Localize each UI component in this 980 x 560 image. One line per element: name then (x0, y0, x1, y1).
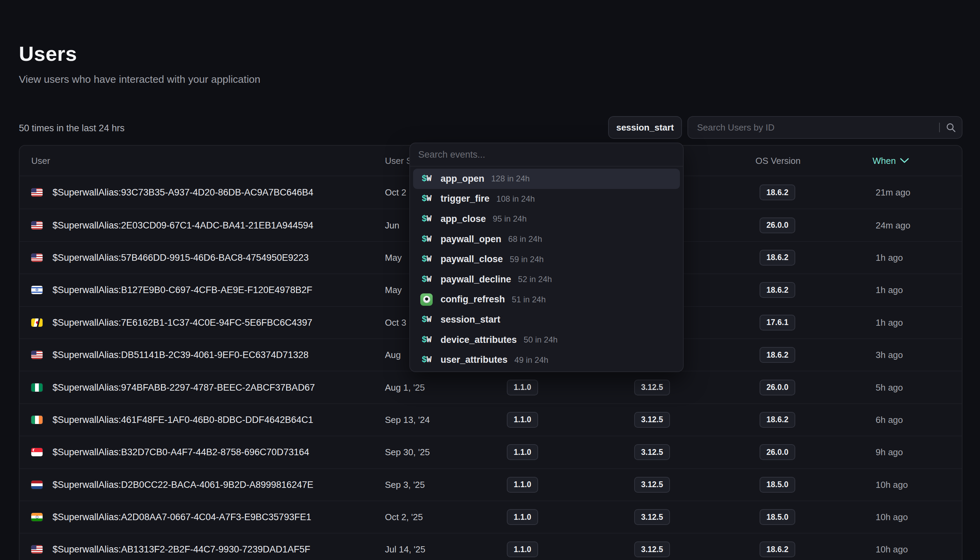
user-alias: $SuperwallAlias:B32D7CB0-A4F7-44B2-8758-… (53, 447, 309, 458)
event-name: paywall_close (440, 254, 503, 265)
event-menu-item[interactable]: $W trigger_fire 108 in 24h (413, 189, 680, 209)
table-row[interactable]: $SuperwallAlias:974BFABB-2297-4787-BEEC-… (20, 371, 962, 403)
event-menu-item[interactable]: $W paywall_close 59 in 24h (413, 249, 680, 269)
last-seen: 21m ago (875, 187, 910, 198)
event-icon-slot: $W (419, 355, 434, 365)
country-flag-icon (31, 383, 43, 392)
event-name: device_attributes (440, 335, 517, 345)
chevron-down-icon (900, 158, 909, 163)
event-count: 49 in 24h (514, 355, 548, 365)
os-version-badge: 18.6.2 (759, 282, 795, 298)
app-version-badge: 1.1.0 (507, 380, 538, 395)
event-icon-slot: $W (419, 194, 434, 204)
user-alias: $SuperwallAlias:A2D08AA7-0667-4C04-A7F3-… (53, 512, 311, 523)
country-flag-icon (31, 188, 43, 197)
app-version-badge: 1.1.0 (507, 444, 538, 460)
event-icon-slot (419, 293, 434, 306)
event-name: paywall_decline (440, 274, 511, 285)
country-flag-icon (31, 318, 43, 327)
os-version-badge: 26.0.0 (759, 380, 795, 395)
table-row[interactable]: $SuperwallAlias:B32D7CB0-A4F7-44B2-8758-… (20, 436, 962, 468)
column-header-user: User (31, 155, 50, 166)
event-name: app_close (440, 214, 486, 224)
events-list: $W app_open 128 in 24h $W trigger_fire 1… (410, 167, 683, 372)
config-app-icon (420, 293, 433, 306)
event-menu-item[interactable]: config_refresh 51 in 24h (413, 290, 680, 310)
search-users-input[interactable] (688, 122, 939, 133)
table-row[interactable]: $SuperwallAlias:461F48FE-1AF0-46B0-8DBC-… (20, 403, 962, 436)
country-flag-icon (31, 481, 43, 489)
table-row[interactable]: $SuperwallAlias:D2B0CC22-BACA-4061-9B2D-… (20, 468, 962, 500)
event-menu-item[interactable]: $W app_close 95 in 24h (413, 209, 680, 229)
os-version-badge: 26.0.0 (759, 444, 795, 460)
user-alias: $SuperwallAlias:7E6162B1-1C37-4C0E-94FC-… (53, 317, 312, 328)
last-seen: 1h ago (875, 285, 903, 295)
event-menu-item[interactable]: $W user_attributes 49 in 24h (413, 350, 680, 370)
events-dropdown: $W app_open 128 in 24h $W trigger_fire 1… (409, 143, 684, 372)
user-since-date: May (385, 252, 402, 263)
user-alias: $SuperwallAlias:D2B0CC22-BACA-4061-9B2D-… (53, 479, 313, 490)
user-since-date: Sep 3, '25 (385, 479, 425, 490)
when-label: When (872, 155, 896, 166)
user-since-date: Sep 13, '24 (385, 414, 430, 425)
event-name: user_attributes (440, 355, 508, 365)
event-menu-item[interactable]: $W device_attributes 50 in 24h (413, 330, 680, 350)
user-since-date: May (385, 285, 402, 295)
event-name: session_start (440, 314, 500, 325)
search-icon[interactable] (940, 122, 962, 133)
events-search-row (410, 143, 683, 167)
event-name: app_open (440, 173, 485, 184)
country-flag-icon (31, 221, 43, 230)
event-count: 50 in 24h (524, 335, 558, 345)
sdk-version-badge: 3.12.5 (634, 509, 670, 525)
event-stats-text: 50 times in the last 24 hrs (19, 123, 125, 133)
country-flag-icon (31, 253, 43, 262)
sdk-version-badge: 3.12.5 (634, 477, 670, 493)
event-menu-item[interactable]: $W paywall_decline 52 in 24h (413, 269, 680, 290)
user-alias: $SuperwallAlias:461F48FE-1AF0-46B0-8DBC-… (53, 414, 313, 425)
event-menu-item[interactable]: $W app_open 128 in 24h (413, 169, 680, 189)
user-alias: $SuperwallAlias:974BFABB-2297-4787-BEEC-… (53, 382, 315, 393)
superwall-logo-icon: $W (422, 214, 431, 224)
superwall-logo-icon: $W (422, 335, 431, 345)
event-icon-slot: $W (419, 335, 434, 345)
table-row[interactable]: $SuperwallAlias:AB1313F2-2B2F-44C7-9930-… (20, 533, 962, 560)
os-version-badge: 18.5.0 (759, 477, 795, 493)
last-seen: 6h ago (875, 414, 903, 425)
event-menu-item[interactable]: $W session_start (413, 310, 680, 330)
superwall-logo-icon: $W (422, 355, 431, 365)
event-name: trigger_fire (440, 193, 490, 204)
last-seen: 10h ago (875, 479, 908, 490)
search-events-input[interactable] (410, 150, 683, 160)
user-since-date: Oct 2, '25 (385, 512, 423, 523)
os-version-badge: 18.6.2 (759, 542, 795, 557)
event-icon-slot: $W (419, 315, 434, 325)
event-filter-button[interactable]: session_start (608, 116, 682, 139)
user-since-date: Oct 2 (385, 187, 406, 198)
superwall-logo-icon: $W (422, 275, 431, 285)
event-icon-slot: $W (419, 254, 434, 264)
country-flag-icon (31, 416, 43, 424)
user-alias: $SuperwallAlias:93C73B35-A937-4D20-86DB-… (53, 187, 313, 198)
event-icon-slot: $W (419, 214, 434, 224)
page-title: Users (19, 42, 77, 66)
country-flag-icon (31, 545, 43, 553)
superwall-logo-icon: $W (422, 315, 431, 325)
table-row[interactable]: $SuperwallAlias:A2D08AA7-0667-4C04-A7F3-… (20, 500, 962, 533)
os-version-badge: 18.6.2 (759, 412, 795, 428)
superwall-logo-icon: $W (422, 174, 431, 184)
event-name: paywall_open (440, 234, 501, 245)
column-header-when[interactable]: When (872, 155, 909, 166)
os-version-badge: 18.6.2 (759, 250, 795, 265)
user-alias: $SuperwallAlias:2E03CD09-67C1-4ADC-BA41-… (53, 220, 313, 230)
last-seen: 10h ago (875, 512, 908, 523)
user-since-date: Aug 1, '25 (385, 382, 425, 393)
os-version-badge: 26.0.0 (759, 217, 795, 233)
event-menu-item[interactable]: $W paywall_open 68 in 24h (413, 229, 680, 250)
event-count: 51 in 24h (512, 295, 546, 304)
superwall-logo-icon: $W (422, 194, 431, 204)
event-count: 108 in 24h (497, 194, 535, 204)
event-count: 59 in 24h (510, 255, 544, 264)
app-version-badge: 1.1.0 (507, 509, 538, 525)
page-subtitle: View users who have interacted with your… (19, 73, 260, 85)
